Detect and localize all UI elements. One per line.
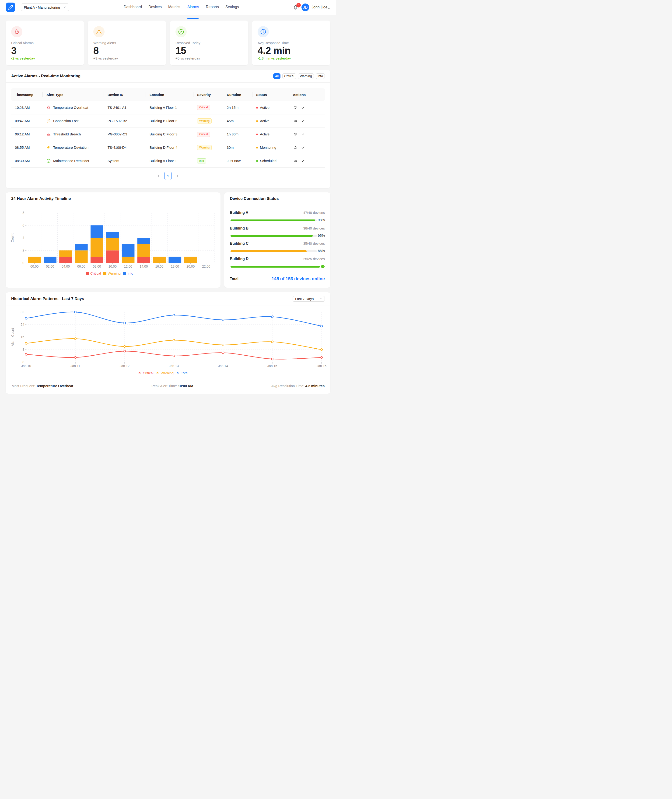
svg-text:Jan 10: Jan 10	[21, 364, 31, 368]
svg-text:00:00: 00:00	[30, 265, 38, 268]
svg-text:4: 4	[22, 236, 24, 239]
svg-text:10:00: 10:00	[109, 265, 117, 268]
svg-text:2: 2	[22, 249, 24, 252]
svg-text:Jan 11: Jan 11	[71, 364, 80, 368]
svg-text:Jan 12: Jan 12	[120, 364, 130, 368]
svg-text:8: 8	[22, 348, 24, 351]
svg-text:18:00: 18:00	[171, 265, 179, 268]
svg-text:16:00: 16:00	[155, 265, 163, 268]
svg-text:Jan 14: Jan 14	[218, 364, 228, 368]
svg-text:16: 16	[21, 335, 24, 339]
svg-text:32: 32	[21, 310, 24, 314]
svg-text:6: 6	[22, 223, 24, 227]
svg-text:24: 24	[21, 322, 24, 326]
svg-text:Jan 16: Jan 16	[317, 364, 326, 368]
svg-text:Jan 13: Jan 13	[169, 364, 179, 368]
svg-text:8: 8	[22, 211, 24, 215]
svg-text:22:00: 22:00	[202, 265, 210, 268]
svg-text:08:00: 08:00	[93, 265, 101, 268]
svg-text:02:00: 02:00	[46, 265, 54, 268]
svg-text:04:00: 04:00	[62, 265, 70, 268]
svg-text:0: 0	[22, 360, 24, 364]
svg-text:14:00: 14:00	[139, 265, 148, 268]
svg-text:Count: Count	[11, 234, 14, 242]
svg-text:12:00: 12:00	[124, 265, 132, 268]
svg-text:Alarm Count: Alarm Count	[11, 328, 14, 346]
svg-text:0: 0	[22, 261, 24, 265]
svg-text:06:00: 06:00	[77, 265, 85, 268]
svg-text:20:00: 20:00	[186, 265, 195, 268]
svg-text:Jan 15: Jan 15	[267, 364, 277, 368]
